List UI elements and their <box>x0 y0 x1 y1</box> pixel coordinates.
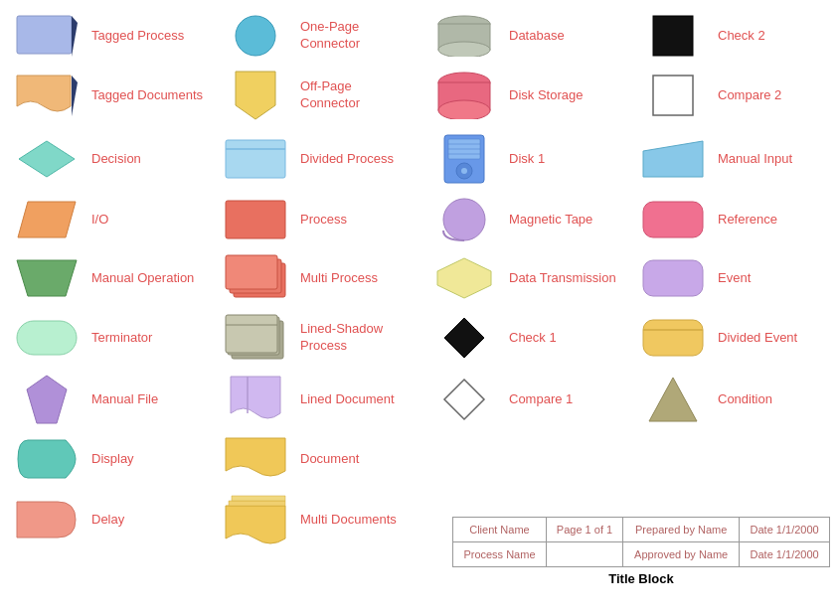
shape-manual-file <box>12 374 82 425</box>
cell-prepared-by: Prepared by Name <box>623 518 740 542</box>
label-manual-operation: Manual Operation <box>91 270 194 287</box>
svg-point-2 <box>236 16 275 56</box>
item-disk1: Disk 1 <box>421 127 630 191</box>
shape-tagged-documents <box>12 75 82 116</box>
shape-terminator <box>12 320 82 356</box>
title-block-area: Client Name Page 1 of 1 Prepared by Name… <box>452 517 830 586</box>
svg-marker-8 <box>236 72 275 119</box>
item-divided-process: Divided Process <box>213 127 421 191</box>
shape-document <box>221 437 290 481</box>
label-process: Process <box>300 212 347 229</box>
label-disk-storage: Disk Storage <box>509 87 583 104</box>
svg-marker-44 <box>444 380 484 419</box>
item-condition: Condition <box>630 368 839 431</box>
item-off-page-connector: Off-Page Connector <box>213 64 421 127</box>
svg-rect-31 <box>226 255 277 289</box>
svg-point-11 <box>438 100 490 119</box>
label-disk1: Disk 1 <box>509 151 545 168</box>
label-terminator: Terminator <box>91 330 152 347</box>
svg-rect-34 <box>17 321 77 355</box>
label-document: Document <box>300 451 359 468</box>
label-lined-document: Lined Document <box>300 391 395 408</box>
item-terminator: Terminator <box>4 308 213 368</box>
title-block-row1: Client Name Page 1 of 1 Prepared by Name… <box>453 518 830 542</box>
shape-off-page-connector <box>221 70 290 121</box>
svg-rect-0 <box>17 16 72 54</box>
shape-io <box>12 200 82 239</box>
label-display: Display <box>91 451 134 468</box>
svg-rect-12 <box>653 76 693 115</box>
shape-display <box>12 438 82 480</box>
label-decision: Decision <box>91 151 141 168</box>
shape-multi-documents <box>221 493 290 546</box>
item-display: Display <box>4 431 213 487</box>
svg-point-26 <box>443 199 485 240</box>
shape-condition <box>638 376 708 423</box>
shape-disk-storage <box>429 72 499 119</box>
shape-magnetic-tape <box>429 197 499 242</box>
svg-marker-24 <box>18 202 76 237</box>
label-one-page-connector: One-Page Connector <box>300 19 414 53</box>
label-multi-documents: Multi Documents <box>300 512 397 529</box>
item-manual-file: Manual File <box>4 368 213 431</box>
svg-marker-39 <box>444 318 484 358</box>
item-decision: Decision <box>4 127 213 191</box>
item-empty2 <box>630 431 839 487</box>
cell-empty <box>546 542 622 567</box>
item-delay: Delay <box>4 487 213 552</box>
svg-marker-7 <box>72 76 78 116</box>
label-database: Database <box>509 28 565 45</box>
item-multi-documents: Multi Documents <box>213 487 421 552</box>
shape-lined-shadow-process <box>221 314 290 362</box>
item-divided-event: Divided Event <box>630 308 839 368</box>
item-manual-operation: Manual Operation <box>4 248 213 308</box>
svg-rect-27 <box>643 202 703 237</box>
item-tagged-documents: Tagged Documents <box>4 64 213 127</box>
shape-compare2 <box>638 74 708 117</box>
svg-marker-1 <box>72 16 78 57</box>
shape-manual-operation <box>12 258 82 298</box>
svg-marker-45 <box>649 378 697 421</box>
shape-tagged-process <box>12 15 82 57</box>
item-event: Event <box>630 248 839 308</box>
label-divided-process: Divided Process <box>300 151 394 168</box>
shape-event <box>638 259 708 297</box>
item-one-page-connector: One-Page Connector <box>213 8 421 64</box>
svg-marker-42 <box>27 376 67 423</box>
title-block-table: Client Name Page 1 of 1 Prepared by Name… <box>452 517 830 567</box>
item-document: Document <box>213 431 421 487</box>
item-io: I/O <box>4 191 213 248</box>
shape-check2 <box>638 14 708 58</box>
shape-divided-process <box>221 139 290 179</box>
shape-one-page-connector <box>221 14 290 58</box>
shapes-grid: Tagged Process One-Page Connector Databa… <box>0 0 840 560</box>
cell-date2: Date 1/1/2000 <box>740 542 830 567</box>
shape-compare1 <box>429 378 499 421</box>
item-reference: Reference <box>630 191 839 248</box>
label-tagged-documents: Tagged Documents <box>91 87 203 104</box>
label-delay: Delay <box>91 512 124 529</box>
item-tagged-process: Tagged Process <box>4 8 213 64</box>
shape-decision <box>12 139 82 179</box>
label-lined-shadow-process: Lined-Shadow Process <box>300 321 414 355</box>
label-event: Event <box>718 270 751 287</box>
shape-divided-event <box>638 319 708 357</box>
svg-rect-40 <box>643 320 703 356</box>
shape-manual-input <box>638 139 708 179</box>
cell-client-name: Client Name <box>453 518 547 542</box>
item-check2: Check 2 <box>630 8 839 64</box>
shape-reference <box>638 201 708 238</box>
shape-lined-document <box>221 376 290 423</box>
svg-point-5 <box>438 42 490 57</box>
item-check1: Check 1 <box>421 308 630 368</box>
label-compare2: Compare 2 <box>718 87 781 104</box>
label-magnetic-tape: Magnetic Tape <box>509 212 592 229</box>
svg-rect-25 <box>226 201 285 238</box>
svg-rect-37 <box>226 315 277 353</box>
label-compare1: Compare 1 <box>509 391 573 408</box>
cell-page: Page 1 of 1 <box>546 518 622 542</box>
item-lined-shadow-process: Lined-Shadow Process <box>213 308 421 368</box>
label-io: I/O <box>91 212 108 229</box>
item-compare2: Compare 2 <box>630 64 839 127</box>
label-data-transmission: Data Transmission <box>509 270 616 287</box>
